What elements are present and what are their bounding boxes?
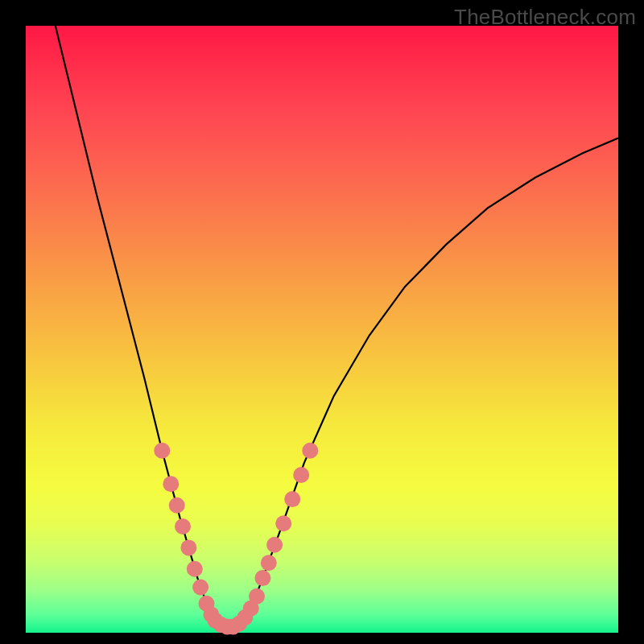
data-point xyxy=(275,515,291,531)
data-point xyxy=(163,476,179,492)
data-point xyxy=(187,561,203,577)
data-point xyxy=(180,539,196,555)
data-point xyxy=(261,555,277,571)
data-point xyxy=(154,443,170,459)
data-point xyxy=(284,491,300,507)
data-point xyxy=(302,443,318,459)
data-point xyxy=(266,537,283,553)
data-point xyxy=(192,580,208,596)
scatter-points xyxy=(154,443,318,635)
chart-frame: TheBottleneck.com xyxy=(0,0,644,644)
watermark-text: TheBottleneck.com xyxy=(454,5,636,30)
data-point xyxy=(175,518,191,535)
curve-svg xyxy=(26,26,618,633)
data-point xyxy=(169,497,185,514)
data-point xyxy=(254,570,270,586)
plot-area xyxy=(26,26,618,633)
bottleneck-curve xyxy=(56,26,618,627)
data-point xyxy=(249,588,265,605)
data-point xyxy=(293,467,309,483)
